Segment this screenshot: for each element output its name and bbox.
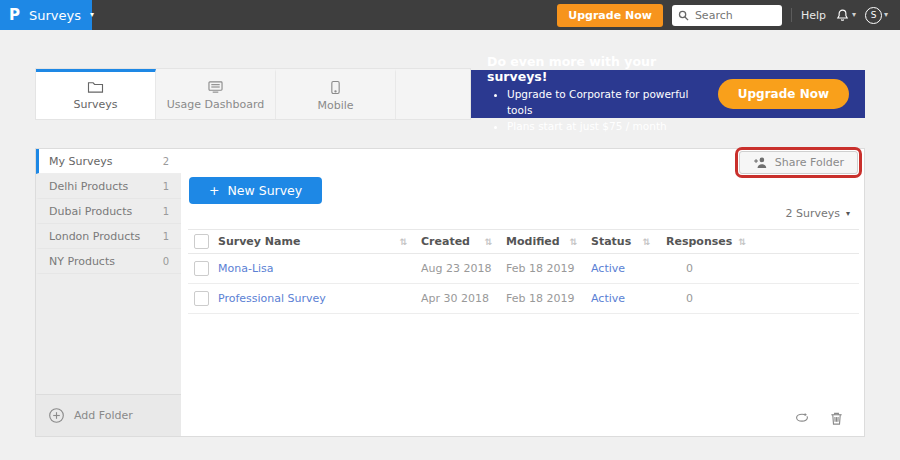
- banner-text: Do even more with your surveys! Upgrade …: [487, 54, 708, 135]
- sidebar-item-dubai-products[interactable]: Dubai Products 1: [36, 199, 181, 224]
- header-status: Status ⇅: [583, 235, 658, 248]
- help-link[interactable]: Help: [801, 9, 826, 22]
- folder-label: My Surveys: [49, 155, 113, 168]
- new-survey-button[interactable]: + New Survey: [189, 177, 322, 204]
- status-badge[interactable]: Active: [591, 262, 625, 275]
- survey-list-area: Share Folder + New Survey 2 Surveys ▾ Su…: [181, 149, 864, 436]
- header-modified: Modified ⇅: [498, 235, 583, 248]
- plus-icon: +: [209, 183, 219, 198]
- product-name: Surveys: [29, 8, 81, 23]
- move-loop-icon[interactable]: [794, 411, 810, 426]
- row-checkbox[interactable]: [194, 261, 209, 276]
- upgrade-banner: Do even more with your surveys! Upgrade …: [471, 70, 865, 118]
- folder-label: NY Products: [49, 255, 115, 268]
- banner-upgrade-button[interactable]: Upgrade Now: [718, 79, 849, 109]
- surveys-panel: My Surveys 2 Delhi Products 1 Dubai Prod…: [35, 148, 865, 437]
- folder-count: 1: [163, 231, 169, 242]
- survey-link[interactable]: Professional Survey: [218, 292, 326, 305]
- share-user-icon: [753, 156, 768, 169]
- cell-responses: 0: [658, 262, 748, 275]
- tab-mobile[interactable]: Mobile: [276, 69, 396, 119]
- add-folder-label: Add Folder: [74, 409, 133, 422]
- row-checkbox-cell: [188, 291, 218, 306]
- cell-responses: 0: [658, 292, 748, 305]
- tab-strip-filler: [396, 69, 470, 119]
- created-value: Aug 23 2018: [421, 262, 491, 275]
- dashboard-icon: [207, 80, 224, 94]
- chevron-down-icon: ▾: [852, 11, 856, 19]
- select-all-checkbox[interactable]: [194, 234, 209, 249]
- search-box[interactable]: [672, 5, 782, 26]
- column-label: Status: [591, 235, 631, 248]
- sort-icon[interactable]: ⇅: [642, 237, 650, 247]
- folder-label: London Products: [49, 230, 140, 243]
- responses-value: 0: [666, 292, 693, 305]
- tab-label: Mobile: [317, 99, 353, 112]
- sort-icon[interactable]: ⇅: [569, 237, 577, 247]
- add-folder-button[interactable]: Add Folder: [36, 394, 181, 436]
- responses-value: 0: [666, 262, 693, 275]
- sidebar-item-delhi-products[interactable]: Delhi Products 1: [36, 174, 181, 199]
- created-value: Apr 30 2018: [421, 292, 489, 305]
- sidebar-item-ny-products[interactable]: NY Products 0: [36, 249, 181, 274]
- upgrade-now-button[interactable]: Upgrade Now: [557, 4, 663, 27]
- row-checkbox[interactable]: [194, 291, 209, 306]
- folder-label: Dubai Products: [49, 205, 132, 218]
- sidebar-item-london-products[interactable]: London Products 1: [36, 224, 181, 249]
- column-label: Responses: [666, 235, 732, 248]
- product-switcher[interactable]: P Surveys ▾: [0, 0, 92, 30]
- tab-surveys[interactable]: Surveys: [36, 69, 156, 119]
- banner-bullet: Plans start at just $75 / month: [507, 118, 708, 134]
- cell-modified: Feb 18 2019: [498, 262, 583, 275]
- folder-count: 2: [163, 156, 169, 167]
- tab-strip: Surveys Usage Dashboard Mobile: [35, 68, 471, 120]
- modified-value: Feb 18 2019: [506, 292, 574, 305]
- sidebar-item-my-surveys[interactable]: My Surveys 2: [36, 149, 181, 174]
- search-icon: [678, 10, 689, 21]
- folder-count: 1: [163, 181, 169, 192]
- table-row: Mona-Lisa Aug 23 2018 Feb 18 2019 Active…: [188, 254, 859, 284]
- tab-label: Usage Dashboard: [167, 98, 264, 111]
- table-header-row: Survey Name ⇅ Created ⇅ Modified ⇅ Statu…: [188, 229, 859, 254]
- column-label: Modified: [506, 235, 560, 248]
- sort-icon[interactable]: ⇅: [399, 237, 407, 247]
- tab-usage-dashboard[interactable]: Usage Dashboard: [156, 69, 276, 119]
- folder-sidebar: My Surveys 2 Delhi Products 1 Dubai Prod…: [36, 149, 181, 436]
- cell-status: Active: [583, 292, 658, 305]
- folder-count: 1: [163, 206, 169, 217]
- topbar-divider: [791, 8, 792, 22]
- share-folder-button[interactable]: Share Folder: [739, 151, 858, 174]
- trash-icon[interactable]: [829, 411, 844, 426]
- chevron-down-icon: ▾: [884, 11, 888, 19]
- cell-survey-name: Mona-Lisa: [218, 262, 413, 275]
- survey-link[interactable]: Mona-Lisa: [218, 262, 274, 275]
- tab-label: Surveys: [74, 98, 118, 111]
- bell-icon: [835, 8, 850, 23]
- new-survey-label: New Survey: [227, 183, 302, 198]
- surveys-table: Survey Name ⇅ Created ⇅ Modified ⇅ Statu…: [188, 229, 859, 314]
- share-folder-label: Share Folder: [775, 156, 844, 169]
- header-checkbox-cell: [188, 234, 218, 249]
- header-created: Created ⇅: [413, 235, 498, 248]
- notifications-button[interactable]: ▾: [835, 8, 856, 23]
- status-badge[interactable]: Active: [591, 292, 625, 305]
- banner-bullet-list: Upgrade to Corporate for powerful tools …: [487, 86, 708, 135]
- table-row: Professional Survey Apr 30 2018 Feb 18 2…: [188, 284, 859, 314]
- sort-icon[interactable]: ⇅: [484, 237, 492, 247]
- account-menu[interactable]: S ▾: [865, 7, 888, 24]
- mobile-phone-icon: [330, 80, 341, 95]
- sidebar-filler: [36, 274, 181, 394]
- banner-bullet: Upgrade to Corporate for powerful tools: [507, 86, 708, 119]
- cell-survey-name: Professional Survey: [218, 292, 413, 305]
- header-survey-name: Survey Name ⇅: [218, 235, 413, 248]
- avatar: S: [865, 7, 882, 24]
- cell-status: Active: [583, 262, 658, 275]
- sort-icon[interactable]: ⇅: [738, 237, 746, 247]
- modified-value: Feb 18 2019: [506, 262, 574, 275]
- surveys-count-dropdown[interactable]: 2 Surveys ▾: [785, 207, 850, 220]
- chevron-down-icon: ▾: [90, 11, 94, 19]
- brand-logo: P: [9, 8, 20, 23]
- header-responses: Responses ⇅: [658, 235, 748, 248]
- search-input[interactable]: [693, 8, 776, 23]
- cell-created: Aug 23 2018: [413, 262, 498, 275]
